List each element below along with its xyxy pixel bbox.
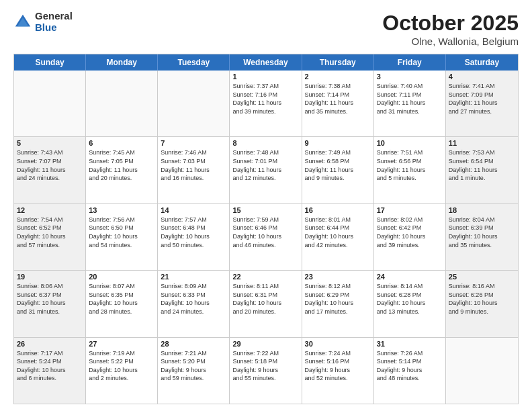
day-info: Sunrise: 7:46 AM Sunset: 7:03 PM Dayligh… [161, 148, 226, 182]
day-info: Sunrise: 8:02 AM Sunset: 6:42 PM Dayligh… [377, 216, 443, 249]
calendar-week-row: 1Sunrise: 7:37 AM Sunset: 7:16 PM Daylig… [14, 71, 518, 137]
calendar-cell: 11Sunrise: 7:53 AM Sunset: 6:54 PM Dayli… [446, 137, 518, 203]
logo-general: General [35, 11, 73, 22]
day-number: 29 [232, 340, 298, 348]
calendar-cell: 9Sunrise: 7:49 AM Sunset: 6:58 PM Daylig… [302, 137, 374, 203]
day-info: Sunrise: 7:45 AM Sunset: 7:05 PM Dayligh… [89, 148, 154, 182]
day-number: 21 [161, 273, 226, 281]
calendar-week-row: 19Sunrise: 8:06 AM Sunset: 6:37 PM Dayli… [14, 271, 518, 337]
day-number: 3 [377, 73, 443, 81]
day-number: 8 [232, 139, 298, 147]
calendar-header-cell: Sunday [14, 54, 86, 71]
day-number: 14 [161, 206, 226, 214]
calendar-cell: 15Sunrise: 7:59 AM Sunset: 6:46 PM Dayli… [230, 204, 302, 270]
calendar-page: General Blue October 2025 Olne, Wallonia… [0, 0, 532, 411]
day-number: 28 [161, 340, 226, 348]
logo-icon [13, 13, 32, 32]
calendar-cell: 17Sunrise: 8:02 AM Sunset: 6:42 PM Dayli… [374, 204, 446, 270]
day-info: Sunrise: 7:56 AM Sunset: 6:50 PM Dayligh… [89, 216, 154, 249]
calendar-cell: 8Sunrise: 7:48 AM Sunset: 7:01 PM Daylig… [230, 137, 302, 203]
calendar-header-cell: Thursday [302, 54, 374, 71]
day-info: Sunrise: 8:14 AM Sunset: 6:28 PM Dayligh… [377, 282, 443, 316]
calendar-subtitle: Olne, Wallonia, Belgium [382, 36, 519, 47]
day-info: Sunrise: 8:09 AM Sunset: 6:33 PM Dayligh… [161, 282, 226, 316]
day-number: 16 [305, 206, 371, 214]
calendar-cell-empty [446, 338, 518, 404]
logo-blue: Blue [35, 22, 73, 34]
day-info: Sunrise: 7:26 AM Sunset: 5:14 PM Dayligh… [377, 349, 443, 383]
day-info: Sunrise: 7:17 AM Sunset: 5:24 PM Dayligh… [17, 349, 83, 383]
title-block: October 2025 Olne, Wallonia, Belgium [382, 11, 519, 47]
day-number: 27 [89, 340, 154, 348]
logo-text: General Blue [35, 11, 73, 33]
calendar-cell: 14Sunrise: 7:57 AM Sunset: 6:48 PM Dayli… [158, 204, 230, 270]
calendar-cell: 29Sunrise: 7:22 AM Sunset: 5:18 PM Dayli… [230, 338, 302, 404]
calendar-cell: 20Sunrise: 8:07 AM Sunset: 6:35 PM Dayli… [86, 271, 158, 336]
day-number: 13 [89, 206, 154, 214]
calendar-cell: 16Sunrise: 8:01 AM Sunset: 6:44 PM Dayli… [302, 204, 374, 270]
day-info: Sunrise: 8:04 AM Sunset: 6:39 PM Dayligh… [449, 216, 515, 249]
calendar-cell: 12Sunrise: 7:54 AM Sunset: 6:52 PM Dayli… [14, 204, 86, 270]
calendar-cell: 31Sunrise: 7:26 AM Sunset: 5:14 PM Dayli… [374, 338, 446, 404]
day-number: 25 [449, 273, 515, 281]
calendar-body: 1Sunrise: 7:37 AM Sunset: 7:16 PM Daylig… [14, 71, 518, 404]
day-number: 4 [449, 73, 515, 81]
day-number: 17 [377, 206, 443, 214]
calendar-week-row: 5Sunrise: 7:43 AM Sunset: 7:07 PM Daylig… [14, 137, 518, 203]
day-info: Sunrise: 7:21 AM Sunset: 5:20 PM Dayligh… [161, 349, 226, 383]
calendar-header-cell: Monday [86, 54, 158, 71]
day-info: Sunrise: 7:43 AM Sunset: 7:07 PM Dayligh… [17, 148, 83, 182]
calendar-cell-empty [14, 71, 86, 136]
calendar-cell-empty [86, 71, 158, 136]
day-number: 30 [305, 340, 371, 348]
calendar-cell: 13Sunrise: 7:56 AM Sunset: 6:50 PM Dayli… [86, 204, 158, 270]
calendar-cell: 19Sunrise: 8:06 AM Sunset: 6:37 PM Dayli… [14, 271, 86, 336]
calendar-week-row: 12Sunrise: 7:54 AM Sunset: 6:52 PM Dayli… [14, 204, 518, 271]
day-number: 23 [305, 273, 371, 281]
calendar-header-cell: Friday [374, 54, 446, 71]
calendar-cell: 7Sunrise: 7:46 AM Sunset: 7:03 PM Daylig… [158, 137, 230, 203]
day-info: Sunrise: 7:51 AM Sunset: 6:56 PM Dayligh… [377, 148, 443, 182]
day-info: Sunrise: 8:07 AM Sunset: 6:35 PM Dayligh… [89, 282, 154, 316]
calendar-cell: 27Sunrise: 7:19 AM Sunset: 5:22 PM Dayli… [86, 338, 158, 404]
day-number: 15 [232, 206, 298, 214]
calendar-cell: 3Sunrise: 7:40 AM Sunset: 7:11 PM Daylig… [374, 71, 446, 136]
day-number: 9 [305, 139, 371, 147]
day-info: Sunrise: 8:11 AM Sunset: 6:31 PM Dayligh… [232, 282, 298, 316]
calendar-cell: 21Sunrise: 8:09 AM Sunset: 6:33 PM Dayli… [158, 271, 230, 336]
day-number: 10 [377, 139, 443, 147]
calendar-cell: 22Sunrise: 8:11 AM Sunset: 6:31 PM Dayli… [230, 271, 302, 336]
day-info: Sunrise: 7:53 AM Sunset: 6:54 PM Dayligh… [449, 148, 515, 182]
day-number: 1 [232, 73, 298, 81]
calendar-header-cell: Wednesday [230, 54, 302, 71]
calendar-cell: 10Sunrise: 7:51 AM Sunset: 6:56 PM Dayli… [374, 137, 446, 203]
day-info: Sunrise: 8:06 AM Sunset: 6:37 PM Dayligh… [17, 282, 83, 316]
header: General Blue October 2025 Olne, Wallonia… [13, 11, 519, 47]
calendar-cell: 4Sunrise: 7:41 AM Sunset: 7:09 PM Daylig… [446, 71, 518, 136]
calendar-header-cell: Tuesday [158, 54, 230, 71]
day-info: Sunrise: 7:59 AM Sunset: 6:46 PM Dayligh… [232, 216, 298, 249]
day-info: Sunrise: 7:40 AM Sunset: 7:11 PM Dayligh… [377, 82, 443, 116]
day-info: Sunrise: 7:49 AM Sunset: 6:58 PM Dayligh… [305, 148, 371, 182]
day-info: Sunrise: 7:38 AM Sunset: 7:14 PM Dayligh… [305, 82, 371, 116]
calendar-cell: 18Sunrise: 8:04 AM Sunset: 6:39 PM Dayli… [446, 204, 518, 270]
day-number: 26 [17, 340, 83, 348]
day-number: 22 [232, 273, 298, 281]
day-info: Sunrise: 7:41 AM Sunset: 7:09 PM Dayligh… [449, 82, 515, 116]
logo: General Blue [13, 11, 73, 33]
calendar-header-row: SundayMondayTuesdayWednesdayThursdayFrid… [14, 54, 518, 71]
day-number: 24 [377, 273, 443, 281]
calendar-cell: 23Sunrise: 8:12 AM Sunset: 6:29 PM Dayli… [302, 271, 374, 336]
calendar-cell: 25Sunrise: 8:16 AM Sunset: 6:26 PM Dayli… [446, 271, 518, 336]
calendar-cell: 28Sunrise: 7:21 AM Sunset: 5:20 PM Dayli… [158, 338, 230, 404]
calendar-title: October 2025 [382, 11, 519, 36]
day-number: 2 [305, 73, 371, 81]
calendar-cell: 26Sunrise: 7:17 AM Sunset: 5:24 PM Dayli… [14, 338, 86, 404]
calendar-cell-empty [158, 71, 230, 136]
calendar-week-row: 26Sunrise: 7:17 AM Sunset: 5:24 PM Dayli… [14, 338, 518, 404]
day-number: 19 [17, 273, 83, 281]
day-number: 12 [17, 206, 83, 214]
day-number: 5 [17, 139, 83, 147]
calendar-cell: 6Sunrise: 7:45 AM Sunset: 7:05 PM Daylig… [86, 137, 158, 203]
calendar-header-cell: Saturday [446, 54, 518, 71]
